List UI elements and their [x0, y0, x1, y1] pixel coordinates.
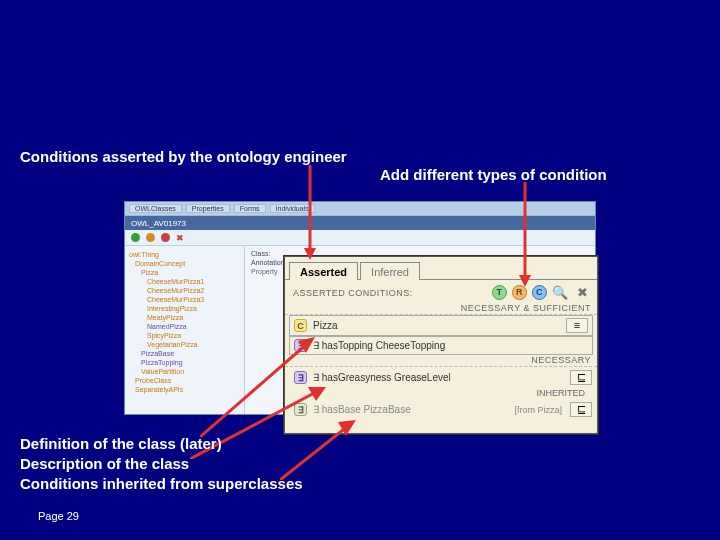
tree-item[interactable]: SpicyPizza: [129, 331, 240, 340]
row-has-topping[interactable]: ∃ ∃ hasTopping CheeseTopping: [289, 336, 593, 355]
tab-individuals[interactable]: Individuals: [270, 204, 315, 213]
tab-owlclasses[interactable]: OWLClasses: [129, 204, 182, 213]
caption-inherited: Conditions inherited from superclasses: [20, 474, 303, 494]
cond-text: ∃ hasGreasyness GreaseLevel: [313, 372, 566, 383]
tab-properties[interactable]: Properties: [186, 204, 230, 213]
slide: Conditions asserted by the ontology engi…: [0, 0, 720, 540]
caption-description: Description of the class: [20, 454, 303, 474]
caption-add-types: Add different types of condition: [380, 166, 607, 183]
exists-badge-icon: ∃: [294, 403, 307, 416]
protege-title-bar: OWL_AV01973: [125, 216, 595, 230]
tree-item[interactable]: CheeseMurPizza3: [129, 295, 240, 304]
caption-definition: Definition of the class (later): [20, 434, 303, 454]
caption-conditions-asserted: Conditions asserted by the ontology engi…: [20, 148, 347, 165]
tree-item[interactable]: DomainConcept: [129, 259, 240, 268]
subclass-symbol: ⊑: [570, 370, 592, 385]
tree-item[interactable]: PizzaTopping: [129, 358, 240, 367]
tree-item[interactable]: PizzaBase: [129, 349, 240, 358]
row-pizza[interactable]: C Pizza ≡: [289, 315, 593, 336]
tree-item[interactable]: ProbeClass: [129, 376, 240, 385]
class-tree[interactable]: owl:Thing DomainConcept Pizza CheeseMurP…: [125, 246, 245, 414]
close-icon[interactable]: ✖: [176, 233, 184, 243]
delete-class-icon[interactable]: [161, 233, 170, 242]
tree-item[interactable]: InterestingPizza: [129, 304, 240, 313]
protege-action-row: ✖: [125, 230, 595, 246]
subclass-symbol: ⊑: [570, 402, 592, 417]
row-has-base[interactable]: ∃ ∃ hasBase PizzaBase [from Pizza] ⊑: [285, 399, 597, 420]
tree-item[interactable]: VegetarianPizza: [129, 340, 240, 349]
add-expression-icon[interactable]: C: [532, 285, 547, 300]
protege-title: OWL_AV01973: [131, 219, 186, 228]
delete-condition-icon[interactable]: ✖: [574, 284, 591, 301]
exists-badge-icon: ∃: [294, 339, 307, 352]
add-class-icon[interactable]: [131, 233, 140, 242]
conditions-panel: Asserted Inferred ASSERTED CONDITIONS: T…: [284, 256, 598, 434]
add-restriction-icon[interactable]: R: [512, 285, 527, 300]
tree-item[interactable]: ValuePartition: [129, 367, 240, 376]
tab-asserted[interactable]: Asserted: [289, 262, 358, 280]
cond-text: Pizza: [313, 320, 562, 331]
tree-item[interactable]: MeatyPizza: [129, 313, 240, 322]
class-badge-icon: C: [294, 319, 307, 332]
page-number: Page 29: [38, 510, 79, 522]
row-has-greasyness[interactable]: ∃ ∃ hasGreasyness GreaseLevel ⊑: [285, 367, 597, 388]
inherited-from: [from Pizza]: [514, 405, 562, 415]
tab-inferred[interactable]: Inferred: [360, 262, 420, 280]
col-property: Property: [251, 268, 277, 275]
section-necessary: NECESSARY: [285, 355, 597, 367]
add-named-class-icon[interactable]: T: [492, 285, 507, 300]
tree-item[interactable]: NamedPizza: [129, 322, 240, 331]
equiv-symbol: ≡: [566, 318, 588, 333]
add-sibling-icon[interactable]: [146, 233, 155, 242]
conditions-header: ASSERTED CONDITIONS: T R C 🔍 ✖: [285, 280, 597, 303]
cond-text: ∃ hasTopping CheeseTopping: [313, 340, 588, 351]
exists-badge-icon: ∃: [294, 371, 307, 384]
tab-forms[interactable]: Forms: [234, 204, 266, 213]
cond-text: ∃ hasBase PizzaBase: [313, 404, 510, 415]
section-inherited: INHERITED: [536, 388, 585, 398]
tree-item[interactable]: Pizza: [129, 268, 240, 277]
caption-bottom-group: Definition of the class (later) Descript…: [20, 434, 303, 494]
conditions-tabs: Asserted Inferred: [285, 257, 597, 279]
magnifier-icon[interactable]: 🔍: [552, 284, 569, 301]
tree-item[interactable]: SeparatelyAPIs: [129, 385, 240, 394]
tree-item[interactable]: CheeseMurPizza2: [129, 286, 240, 295]
tree-item[interactable]: owl:Thing: [129, 250, 240, 259]
protege-top-tabs: OWLClasses Properties Forms Individuals: [125, 202, 595, 216]
tree-item[interactable]: CheeseMurPizza1: [129, 277, 240, 286]
section-necessary-sufficient: NECESSARY & SUFFICIENT: [285, 303, 597, 315]
asserted-conditions-label: ASSERTED CONDITIONS:: [293, 288, 413, 298]
